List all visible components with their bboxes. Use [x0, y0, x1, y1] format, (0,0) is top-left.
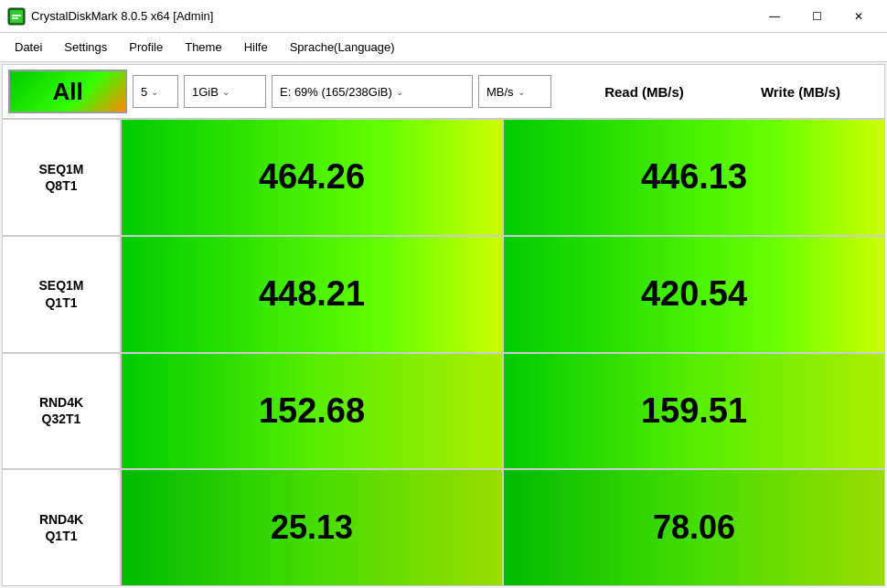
svg-rect-3 [12, 17, 18, 19]
title-bar-left: CrystalDiskMark 8.0.5 x64 [Admin] [7, 7, 213, 26]
write-header: Write (MB/s) [722, 84, 879, 100]
menu-language[interactable]: Sprache(Language) [281, 37, 404, 58]
write-cell-rnd4k-q1t1: 78.06 [504, 470, 884, 585]
drive-value: E: 69% (165/238GiB) [280, 85, 392, 99]
result-cells-seq1m-q1t1: 448.21 420.54 [122, 237, 884, 352]
row-label-seq1m-q1t1: SEQ1M Q1T1 [3, 237, 122, 352]
unit-value: MB/s [486, 85, 514, 99]
unit-chevron: ⌄ [518, 87, 525, 97]
label-line1: SEQ1M [38, 161, 83, 177]
count-value: 5 [141, 85, 147, 99]
count-dropdown[interactable]: 5 ⌄ [133, 75, 178, 108]
result-row-seq1m-q8t1: SEQ1M Q8T1 464.26 446.13 [3, 120, 884, 237]
app-title: CrystalDiskMark 8.0.5 x64 [Admin] [31, 9, 213, 23]
title-bar: CrystalDiskMark 8.0.5 x64 [Admin] — ☐ ✕ [0, 0, 887, 33]
label-line2: Q8T1 [45, 177, 77, 194]
label-line1: RND4K [39, 511, 83, 528]
app-icon [7, 7, 26, 26]
size-value: 1GiB [192, 85, 219, 99]
result-row-rnd4k-q32t1: RND4K Q32T1 152.68 159.51 [3, 354, 884, 471]
read-cell-rnd4k-q32t1: 152.68 [122, 354, 504, 469]
svg-rect-2 [12, 15, 21, 16]
size-chevron: ⌄ [222, 87, 230, 97]
menu-hilfe[interactable]: Hilfe [235, 37, 277, 58]
unit-dropdown[interactable]: MB/s ⌄ [478, 75, 551, 108]
label-line2: Q1T1 [45, 528, 77, 544]
row-label-seq1m-q8t1: SEQ1M Q8T1 [3, 120, 122, 235]
controls-row: All 5 ⌄ 1GiB ⌄ E: 69% (165/238GiB) ⌄ MB/… [3, 65, 884, 120]
menu-bar: Datei Settings Profile Theme Hilfe Sprac… [0, 33, 887, 62]
row-label-rnd4k-q32t1: RND4K Q32T1 [3, 354, 122, 469]
write-cell-rnd4k-q32t1: 159.51 [504, 354, 884, 469]
write-cell-seq1m-q8t1: 446.13 [504, 120, 884, 235]
results-grid: SEQ1M Q8T1 464.26 446.13 SEQ1M Q1T1 448.… [3, 120, 884, 585]
close-button[interactable]: ✕ [838, 4, 880, 29]
label-line1: RND4K [39, 394, 83, 411]
column-headers: Read (MB/s) Write (MB/s) [557, 84, 879, 100]
result-cells-rnd4k-q1t1: 25.13 78.06 [122, 470, 884, 585]
result-row-seq1m-q1t1: SEQ1M Q1T1 448.21 420.54 [3, 237, 884, 354]
menu-theme[interactable]: Theme [176, 37, 230, 58]
result-row-rnd4k-q1t1: RND4K Q1T1 25.13 78.06 [3, 470, 884, 585]
read-header: Read (MB/s) [566, 84, 722, 100]
menu-profile[interactable]: Profile [120, 37, 172, 58]
main-content: All 5 ⌄ 1GiB ⌄ E: 69% (165/238GiB) ⌄ MB/… [2, 64, 885, 586]
label-line1: SEQ1M [38, 277, 83, 294]
window-controls: — ☐ ✕ [753, 4, 880, 29]
minimize-button[interactable]: — [753, 4, 796, 29]
menu-settings[interactable]: Settings [55, 37, 116, 58]
label-line2: Q1T1 [45, 294, 77, 311]
result-cells-seq1m-q8t1: 464.26 446.13 [122, 120, 884, 235]
drive-chevron: ⌄ [396, 87, 403, 97]
row-label-rnd4k-q1t1: RND4K Q1T1 [3, 470, 122, 585]
label-line2: Q32T1 [42, 411, 81, 427]
count-chevron: ⌄ [151, 87, 158, 97]
read-cell-seq1m-q1t1: 448.21 [122, 237, 504, 352]
menu-datei[interactable]: Datei [5, 37, 51, 58]
size-dropdown[interactable]: 1GiB ⌄ [184, 75, 266, 108]
read-cell-rnd4k-q1t1: 25.13 [122, 470, 504, 585]
drive-dropdown[interactable]: E: 69% (165/238GiB) ⌄ [272, 75, 473, 108]
all-button[interactable]: All [8, 69, 127, 113]
result-cells-rnd4k-q32t1: 152.68 159.51 [122, 354, 884, 469]
read-cell-seq1m-q8t1: 464.26 [122, 120, 504, 235]
maximize-button[interactable]: ☐ [796, 4, 838, 29]
write-cell-seq1m-q1t1: 420.54 [504, 237, 884, 352]
